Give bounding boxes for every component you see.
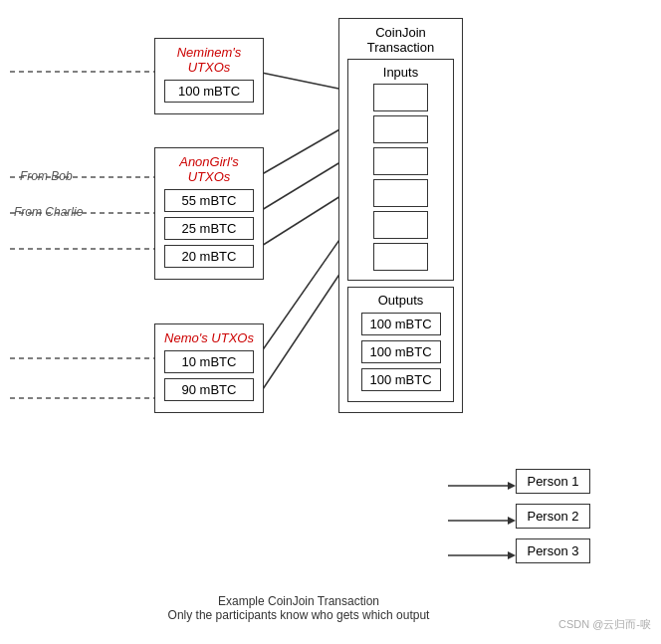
- coinjoin-title: CoinJoin Transaction: [347, 25, 454, 55]
- person2-box: Person 2: [516, 504, 590, 529]
- watermark: CSDN @云归而-唳: [558, 617, 651, 632]
- output-box-2: 100 mBTC: [361, 368, 441, 391]
- neminem-label: Neminem's UTXOs: [163, 45, 255, 75]
- anongirl-utxo-2: 20 mBTC: [164, 245, 254, 268]
- nemo-utxo-1: 90 mBTC: [164, 378, 254, 401]
- svg-marker-27: [508, 517, 516, 525]
- caption-subtitle: Only the participants know who gets whic…: [100, 608, 498, 622]
- svg-line-12: [257, 72, 343, 90]
- output-box-1: 100 mBTC: [361, 340, 441, 363]
- svg-line-22: [257, 261, 348, 398]
- svg-line-18: [257, 191, 348, 249]
- input-box-3: [373, 147, 428, 175]
- nemo-label: Nemo's UTXOs: [163, 330, 255, 345]
- output-box-0: 100 mBTC: [361, 313, 441, 335]
- input-box-1: [373, 84, 428, 111]
- svg-line-14: [257, 124, 348, 177]
- person3-label: Person 3: [527, 543, 578, 558]
- from-charlie-label: From Charlie: [14, 205, 83, 219]
- person1-box: Person 1: [516, 469, 590, 494]
- neminem-group: Neminem's UTXOs 100 mBTC: [154, 38, 264, 114]
- inputs-label: Inputs: [353, 65, 448, 80]
- anongirl-utxo-1: 25 mBTC: [164, 217, 254, 240]
- svg-marker-25: [508, 482, 516, 490]
- anongirl-utxo-0: 55 mBTC: [164, 189, 254, 212]
- outputs-label: Outputs: [353, 293, 448, 308]
- svg-line-16: [257, 157, 348, 213]
- diagram: Neminem's UTXOs 100 mBTC AnonGirl's UTXO…: [0, 0, 661, 644]
- svg-line-20: [257, 227, 348, 358]
- neminem-utxo-0: 100 mBTC: [164, 80, 254, 103]
- input-box-5: [373, 211, 428, 239]
- caption: Example CoinJoin Transaction Only the pa…: [100, 594, 498, 622]
- person1-label: Person 1: [527, 474, 578, 489]
- nemo-group: Nemo's UTXOs 10 mBTC 90 mBTC: [154, 323, 264, 413]
- input-box-2: [373, 115, 428, 143]
- caption-title: Example CoinJoin Transaction: [100, 594, 498, 608]
- anongirl-label: AnonGirl's UTXOs: [163, 154, 255, 184]
- from-bob-label: From Bob: [20, 169, 73, 183]
- input-box-4: [373, 179, 428, 207]
- coinjoin-container: CoinJoin Transaction Inputs Outputs 100 …: [338, 18, 463, 413]
- person3-box: Person 3: [516, 538, 590, 563]
- nemo-utxo-0: 10 mBTC: [164, 350, 254, 373]
- anongirl-group: AnonGirl's UTXOs 55 mBTC 25 mBTC 20 mBTC: [154, 147, 264, 280]
- input-box-6: [373, 243, 428, 271]
- svg-marker-29: [508, 551, 516, 559]
- person2-label: Person 2: [527, 509, 578, 524]
